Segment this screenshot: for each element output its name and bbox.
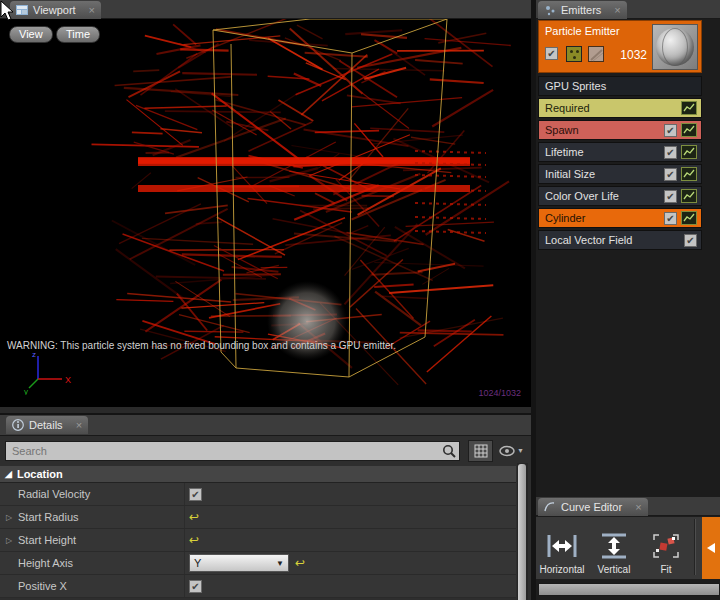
tab-emitters[interactable]: Emitters × <box>538 1 627 19</box>
particle-counter: 1024/1032 <box>478 388 521 398</box>
property-row-positive-x: Positive X✔ <box>0 575 516 598</box>
eye-icon <box>499 445 517 457</box>
reset-to-default-icon[interactable]: ↩ <box>189 533 199 547</box>
viewport-canvas[interactable]: View Time WARNING: This particle system … <box>0 19 531 407</box>
emitters-tab-label: Emitters <box>561 4 601 16</box>
module-row-color-over-life[interactable]: Color Over Life✔ <box>538 186 702 206</box>
curve-button-label: Vertical <box>598 564 631 575</box>
module-curve-icon[interactable] <box>681 167 697 181</box>
viewport-tab-label: Viewport <box>33 4 76 16</box>
reset-to-default-icon[interactable]: ↩ <box>189 510 199 524</box>
toolbar-separator <box>694 519 696 575</box>
emitter-particle-count: 1032 <box>603 48 647 62</box>
axis-x-label: X <box>65 375 71 385</box>
horizontal-fit-button[interactable]: Horizontal <box>536 517 588 577</box>
axis-z-label: z <box>32 350 36 359</box>
fit-fit-button[interactable]: Fit <box>640 517 692 577</box>
details-info-icon <box>12 419 24 431</box>
module-enabled-checkbox[interactable]: ✔ <box>664 212 677 225</box>
property-row-height-axis: Height AxisY▼↩ <box>0 552 516 575</box>
module-label: Spawn <box>545 124 664 136</box>
viewport-tab-close-icon[interactable]: × <box>89 4 95 16</box>
curve-button-label: Horizontal <box>539 564 584 575</box>
curve-icon <box>544 501 556 513</box>
view-menu-button[interactable]: View <box>9 26 53 43</box>
module-row-initial-size[interactable]: Initial Size✔ <box>538 164 702 184</box>
property-checkbox[interactable]: ✔ <box>189 488 202 501</box>
property-list: ◢LocationRadial Velocity✔▷Start Radius↩▷… <box>0 466 516 598</box>
curve-editor-tabbar: Curve Editor × <box>536 497 720 516</box>
scrollbar-thumb[interactable] <box>518 464 526 600</box>
module-enabled-checkbox[interactable]: ✔ <box>664 124 677 137</box>
module-label: Local Vector Field <box>545 234 684 246</box>
emitter-solo-icon[interactable] <box>566 46 582 62</box>
grid-icon <box>474 444 488 458</box>
reset-to-default-icon[interactable]: ↩ <box>295 556 305 570</box>
module-row-required[interactable]: Required <box>538 98 702 118</box>
module-row-local-vector-field[interactable]: Local Vector Field✔ <box>538 230 702 250</box>
module-label: GPU Sprites <box>545 80 697 92</box>
tab-details[interactable]: Details × <box>6 416 88 434</box>
module-enabled-checkbox[interactable]: ✔ <box>664 146 677 159</box>
emitter-module-list: GPU SpritesRequiredSpawn✔Lifetime✔Initia… <box>538 76 702 252</box>
module-row-cylinder[interactable]: Cylinder✔ <box>538 208 702 228</box>
module-curve-icon[interactable] <box>681 101 697 115</box>
vertical-fit-button[interactable]: Vertical <box>588 517 640 577</box>
curve-editor-tab-label: Curve Editor <box>561 501 622 513</box>
fit-icon <box>649 530 683 562</box>
details-tab-close-icon[interactable]: × <box>76 419 82 431</box>
module-row-gpu-sprites[interactable]: GPU Sprites <box>538 76 702 96</box>
axis-gizmo: z X y <box>22 349 74 395</box>
tab-viewport[interactable]: Viewport × <box>10 1 101 19</box>
property-label: ▷Start Radius <box>0 511 184 523</box>
pan-mode-button[interactable] <box>702 517 720 579</box>
curve-editor-toolbar: HorizontalVerticalFit <box>536 517 720 579</box>
module-enabled-checkbox[interactable]: ✔ <box>664 190 677 203</box>
details-panel: Details × ▼ ◢LocationRadial Velocity✔▷St… <box>0 415 531 600</box>
details-tab-label: Details <box>29 419 63 431</box>
module-enabled-checkbox[interactable]: ✔ <box>684 234 697 247</box>
view-options-button[interactable]: ▼ <box>499 443 524 461</box>
module-curve-icon[interactable] <box>681 145 697 159</box>
details-scrollbar[interactable] <box>517 463 528 600</box>
emitter-name: Particle Emitter <box>545 25 620 37</box>
curve-editor-panel: Curve Editor × HorizontalVerticalFit <box>536 497 720 600</box>
property-checkbox[interactable]: ✔ <box>189 580 202 593</box>
viewport-tabbar: Viewport × <box>0 0 531 19</box>
expander-arrow-icon[interactable]: ▷ <box>6 536 16 545</box>
property-label: Positive X <box>0 580 184 592</box>
pan-arrow-icon <box>703 540 719 556</box>
module-label: Cylinder <box>545 212 664 224</box>
emitter-material-thumbnail[interactable] <box>652 24 698 70</box>
property-row-start-height: ▷Start Height↩ <box>0 529 516 552</box>
height-axis-dropdown[interactable]: Y▼ <box>189 554 289 572</box>
curve-button-label: Fit <box>660 564 671 575</box>
emitters-tab-icon <box>544 4 556 16</box>
module-curve-icon[interactable] <box>681 189 697 203</box>
module-row-spawn[interactable]: Spawn✔ <box>538 120 702 140</box>
emitter-render-mode-icon[interactable] <box>588 46 604 62</box>
mouse-cursor <box>0 0 16 22</box>
emitter-header-block[interactable]: Particle Emitter ✔ 1032 <box>538 20 702 73</box>
details-tabbar: Details × <box>0 415 531 436</box>
chevron-down-icon: ▼ <box>517 447 524 454</box>
module-label: Required <box>545 102 677 114</box>
module-row-lifetime[interactable]: Lifetime✔ <box>538 142 702 162</box>
emitters-tab-close-icon[interactable]: × <box>614 4 620 16</box>
curve-editor-tab-close-icon[interactable]: × <box>635 501 641 513</box>
module-curve-icon[interactable] <box>681 123 697 137</box>
property-matrix-button[interactable] <box>468 440 493 462</box>
horizontal-stretch-icon <box>545 530 579 562</box>
curve-editor-scrollbar[interactable] <box>538 583 720 596</box>
time-menu-button[interactable]: Time <box>56 26 100 43</box>
search-input[interactable] <box>5 441 460 461</box>
emitters-panel: Emitters × Particle Emitter ✔ 1032 GPU S… <box>536 0 720 497</box>
emitter-enabled-checkbox[interactable]: ✔ <box>545 47 558 60</box>
module-curve-icon[interactable] <box>681 211 697 225</box>
expander-arrow-icon[interactable]: ▷ <box>6 513 16 522</box>
location-section-header[interactable]: ◢Location <box>0 466 516 483</box>
module-enabled-checkbox[interactable]: ✔ <box>664 168 677 181</box>
axis-y-label: y <box>24 387 28 395</box>
tab-curve-editor[interactable]: Curve Editor × <box>538 498 648 516</box>
section-expand-icon: ◢ <box>5 469 12 479</box>
